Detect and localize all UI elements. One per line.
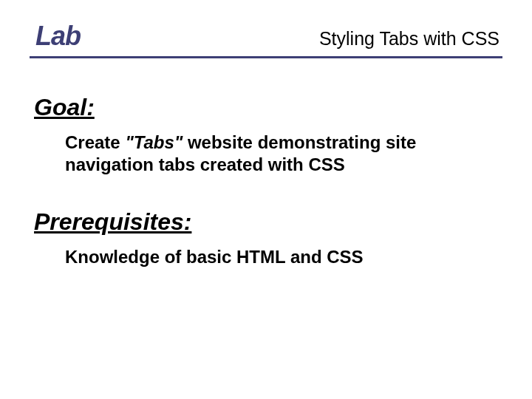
goal-text-prefix: Create [65, 132, 125, 152]
goal-text-emphasis: "Tabs" [125, 132, 183, 152]
prerequisites-heading: Prerequisites: [34, 208, 502, 236]
slide-header: Lab Styling Tabs with CSS [30, 21, 502, 58]
prerequisites-body: Knowledge of basic HTML and CSS [65, 246, 502, 268]
goal-heading: Goal: [34, 94, 502, 121]
lab-label: Lab [35, 21, 81, 52]
goal-body: Create "Tabs" website demonstrating site… [65, 132, 480, 176]
slide-title: Styling Tabs with CSS [319, 28, 499, 50]
